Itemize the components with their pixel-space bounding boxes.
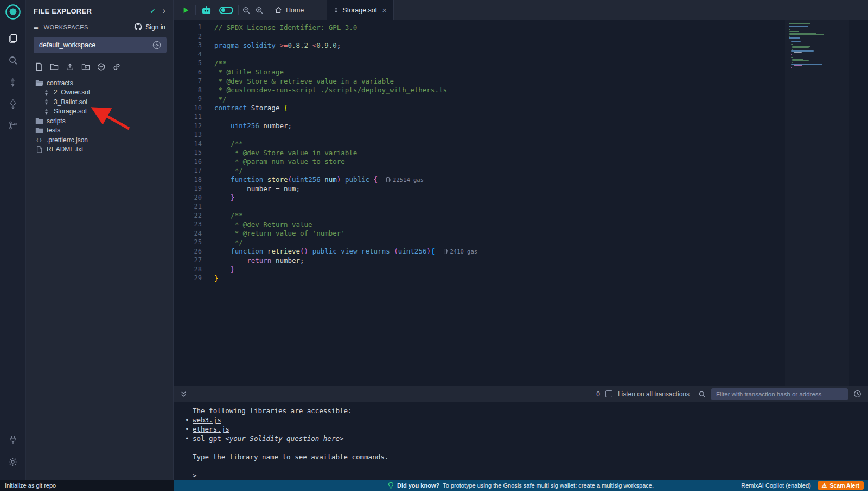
file-explorer-icon[interactable] xyxy=(0,28,26,49)
terminal-search-icon[interactable] xyxy=(698,390,706,398)
terminal-line: Type the library name to see available c… xyxy=(193,453,868,462)
upload-file-icon[interactable] xyxy=(66,62,74,71)
code-line-27[interactable]: 27 return number; xyxy=(174,256,868,265)
tree-item-2-owner-sol[interactable]: 2_Owner.sol xyxy=(26,88,173,98)
scam-alert-button[interactable]: ⚠ Scam Alert xyxy=(818,481,864,490)
code-line-10[interactable]: 10contract Storage { xyxy=(174,104,868,113)
tree-item-readme-txt[interactable]: README.txt xyxy=(26,145,173,155)
line-number: 5 xyxy=(174,59,202,67)
terminal-line: •web3.js xyxy=(193,416,868,425)
code-line-11[interactable]: 11 xyxy=(174,112,868,122)
terminal-output[interactable]: The following libraries are accessible:•… xyxy=(174,402,868,480)
code-line-25[interactable]: 25 */ xyxy=(174,238,868,247)
lightbulb-icon xyxy=(388,482,394,489)
code-line-23[interactable]: 23 * @dev Return value xyxy=(174,220,868,229)
code-line-16[interactable]: 16 * @param num value to store xyxy=(174,157,868,167)
tree-item-contracts[interactable]: contracts xyxy=(26,78,173,88)
deploy-run-icon[interactable] xyxy=(0,93,26,115)
tree-item-scripts[interactable]: scripts xyxy=(26,116,173,126)
sign-in-button[interactable]: Sign in xyxy=(134,23,165,31)
listen-checkbox[interactable] xyxy=(605,390,612,397)
collapse-terminal-icon[interactable] xyxy=(180,390,187,398)
line-number: 24 xyxy=(174,230,202,237)
terminal-link[interactable]: web3.js xyxy=(193,416,221,424)
code-line-1[interactable]: 1// SPDX-License-Identifier: GPL-3.0 xyxy=(174,23,868,32)
new-file-icon[interactable] xyxy=(35,62,43,71)
code-line-17[interactable]: 17 */ xyxy=(174,166,868,175)
workspace-select[interactable]: default_workspace xyxy=(34,37,167,53)
copilot-toggle[interactable] xyxy=(215,0,237,20)
code-line-2[interactable]: 2 xyxy=(174,32,868,41)
workspace-gear-icon[interactable] xyxy=(152,41,161,49)
solidity-file-icon xyxy=(334,7,339,14)
line-number: 29 xyxy=(174,274,202,282)
code-line-3[interactable]: 3pragma solidity >=0.8.2 <0.9.0; xyxy=(174,41,868,50)
code-line-15[interactable]: 15 * @dev Store value in variable xyxy=(174,148,868,157)
settings-icon[interactable] xyxy=(0,451,26,472)
code-line-22[interactable]: 22 /** xyxy=(174,211,868,220)
line-number: 20 xyxy=(174,194,202,201)
search-icon[interactable] xyxy=(0,49,26,71)
solidity-compiler-icon[interactable] xyxy=(0,71,26,93)
code-line-29[interactable]: 29} xyxy=(174,274,868,283)
code-line-5[interactable]: 5/** xyxy=(174,59,868,68)
code-line-6[interactable]: 6 * @title Storage xyxy=(174,68,868,77)
tree-item-storage-sol[interactable]: Storage.sol xyxy=(26,107,173,117)
solidity-icon xyxy=(42,98,50,105)
link-icon[interactable] xyxy=(112,62,121,71)
tab-storage-sol[interactable]: Storage.sol × xyxy=(327,0,393,20)
copilot-status[interactable]: RemixAI Copilot (enabled) xyxy=(741,482,810,489)
main-area: Home Storage.sol × 1// SPDX-License-Iden… xyxy=(174,0,868,480)
line-number: 19 xyxy=(174,185,202,192)
code-line-19[interactable]: 19 number = num; xyxy=(174,184,868,193)
listen-label[interactable]: Listen on all transactions xyxy=(618,390,690,398)
line-number: 13 xyxy=(174,131,202,138)
code-line-13[interactable]: 13 xyxy=(174,130,868,140)
code-line-4[interactable]: 4 xyxy=(174,50,868,59)
chevron-right-icon[interactable]: › xyxy=(163,7,165,15)
terminal-link[interactable]: ethers.js xyxy=(193,425,229,433)
code-line-20[interactable]: 20 } xyxy=(174,193,868,203)
hamburger-menu-icon[interactable]: ≡ xyxy=(34,22,39,31)
upload-folder-icon[interactable] xyxy=(81,63,90,71)
transaction-filter-input[interactable] xyxy=(711,388,848,400)
history-clock-icon[interactable] xyxy=(853,390,861,398)
remix-logo[interactable] xyxy=(5,4,21,20)
code-line-7[interactable]: 7 * @dev Store & retrieve value in a var… xyxy=(174,77,868,86)
code-line-21[interactable]: 21 xyxy=(174,202,868,211)
new-folder-icon[interactable] xyxy=(50,63,59,71)
run-script-button[interactable] xyxy=(178,0,194,20)
source-control-icon[interactable] xyxy=(0,115,26,136)
plugin-manager-icon[interactable] xyxy=(0,429,26,451)
panel-title: FILE EXPLORER xyxy=(34,7,150,15)
home-tab[interactable]: Home xyxy=(266,0,312,20)
line-number: 23 xyxy=(174,220,202,228)
code-line-18[interactable]: 18 function store(uint256 num) public { … xyxy=(174,175,868,185)
terminal-line xyxy=(193,444,868,453)
code-line-12[interactable]: 12 uint256 number; xyxy=(174,122,868,131)
check-icon[interactable]: ✓ xyxy=(150,7,156,15)
home-icon xyxy=(275,7,282,14)
code-editor[interactable]: 1// SPDX-License-Identifier: GPL-3.02 3p… xyxy=(174,20,868,386)
line-number: 26 xyxy=(174,248,202,255)
line-number: 18 xyxy=(174,176,202,184)
code-line-26[interactable]: 26 function retrieve() public view retur… xyxy=(174,247,868,256)
tree-item--prettierrc-json[interactable]: {}.prettierrc.json xyxy=(26,135,173,145)
tree-item-3-ballot-sol[interactable]: 3_Ballot.sol xyxy=(26,97,173,107)
zoom-in-icon[interactable] xyxy=(253,0,266,20)
minimap[interactable] xyxy=(785,20,849,386)
code-line-8[interactable]: 8 * @custom:dev-run-script ./scripts/dep… xyxy=(174,86,868,95)
code-line-9[interactable]: 9 */ xyxy=(174,94,868,104)
git-init-status[interactable]: Initialize as git repo xyxy=(0,480,174,491)
zoom-out-icon[interactable] xyxy=(240,0,253,20)
remix-ai-icon[interactable] xyxy=(197,0,215,20)
publish-box-icon[interactable] xyxy=(97,62,105,71)
code-line-14[interactable]: 14 /** xyxy=(174,140,868,149)
code-line-24[interactable]: 24 * @return value of 'number' xyxy=(174,229,868,238)
tree-item-tests[interactable]: tests xyxy=(26,126,173,136)
line-number: 4 xyxy=(174,50,202,58)
line-number: 28 xyxy=(174,266,202,273)
code-line-28[interactable]: 28 } xyxy=(174,265,868,274)
line-number: 22 xyxy=(174,212,202,219)
close-tab-icon[interactable]: × xyxy=(382,7,387,14)
